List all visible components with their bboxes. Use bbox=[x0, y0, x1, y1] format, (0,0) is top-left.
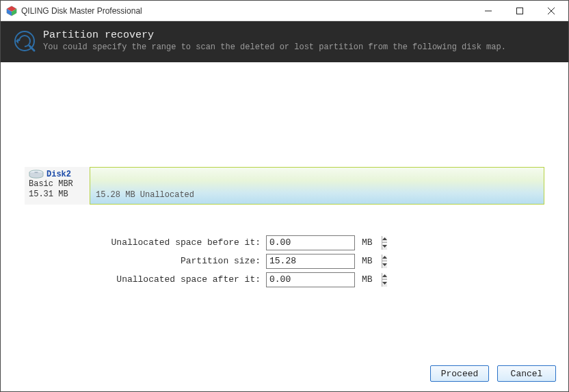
input-space-after[interactable] bbox=[266, 272, 355, 287]
disk-icon bbox=[29, 170, 44, 179]
spinner-buttons bbox=[382, 254, 387, 268]
spinner-buttons bbox=[382, 273, 387, 287]
disk-map: Disk2 Basic MBR 15.31 MB 15.28 MB Unallo… bbox=[25, 167, 544, 205]
svg-marker-14 bbox=[382, 245, 387, 248]
spin-down-icon[interactable] bbox=[382, 261, 387, 268]
unit-before: MB bbox=[362, 237, 373, 248]
recovery-icon bbox=[13, 29, 36, 53]
disk-info: Disk2 Basic MBR 15.31 MB bbox=[25, 167, 90, 205]
svg-marker-15 bbox=[382, 256, 387, 259]
disk-name: Disk2 bbox=[47, 170, 71, 179]
window-controls bbox=[473, 1, 567, 21]
spin-up-icon[interactable] bbox=[382, 254, 387, 261]
spin-up-icon[interactable] bbox=[382, 273, 387, 280]
disk-size: 15.31 MB bbox=[29, 190, 85, 200]
proceed-button[interactable]: Proceed bbox=[430, 365, 489, 382]
label-space-after: Unallocated space after it: bbox=[1, 274, 266, 285]
header: Partition recovery You could specify the… bbox=[1, 21, 568, 62]
header-title: Partition recovery bbox=[43, 29, 506, 41]
footer: Proceed Cancel bbox=[430, 365, 556, 382]
app-icon bbox=[6, 5, 17, 16]
row-space-after: Unallocated space after it: MB bbox=[1, 270, 568, 289]
content: Disk2 Basic MBR 15.31 MB 15.28 MB Unallo… bbox=[1, 62, 568, 391]
spin-down-icon[interactable] bbox=[382, 279, 387, 287]
window-title: QILING Disk Master Professional bbox=[21, 6, 473, 16]
app-window: QILING Disk Master Professional Partitio… bbox=[0, 0, 569, 392]
label-partition-size: Partition size: bbox=[1, 256, 266, 266]
svg-marker-16 bbox=[382, 263, 387, 266]
svg-marker-17 bbox=[382, 274, 387, 277]
input-partition-size[interactable] bbox=[266, 254, 355, 269]
svg-rect-5 bbox=[517, 8, 523, 14]
minimize-button[interactable] bbox=[473, 1, 504, 21]
cancel-button[interactable]: Cancel bbox=[497, 365, 556, 382]
spin-up-icon[interactable] bbox=[382, 236, 387, 243]
svg-marker-18 bbox=[382, 282, 387, 285]
row-partition-size: Partition size: MB bbox=[1, 252, 568, 270]
svg-point-12 bbox=[34, 172, 38, 173]
header-subtitle: You could specify the range to scan the … bbox=[43, 42, 506, 52]
partition-label: 15.28 MB Unallocated bbox=[96, 190, 194, 200]
header-text: Partition recovery You could specify the… bbox=[43, 29, 506, 52]
form: Unallocated space before it: MB Partitio… bbox=[1, 233, 568, 289]
spin-down-icon[interactable] bbox=[382, 242, 387, 250]
svg-marker-9 bbox=[16, 38, 18, 44]
input-space-before[interactable] bbox=[266, 235, 355, 250]
disk-partition[interactable]: 15.28 MB Unallocated bbox=[90, 167, 544, 205]
spinner-buttons bbox=[382, 236, 387, 250]
close-button[interactable] bbox=[535, 1, 567, 21]
maximize-button[interactable] bbox=[504, 1, 535, 21]
label-space-before: Unallocated space before it: bbox=[1, 237, 266, 248]
titlebar: QILING Disk Master Professional bbox=[1, 1, 568, 21]
unit-size: MB bbox=[362, 256, 373, 266]
svg-marker-13 bbox=[382, 237, 387, 240]
unit-after: MB bbox=[362, 274, 373, 285]
row-space-before: Unallocated space before it: MB bbox=[1, 233, 568, 252]
disk-type: Basic MBR bbox=[29, 179, 85, 190]
